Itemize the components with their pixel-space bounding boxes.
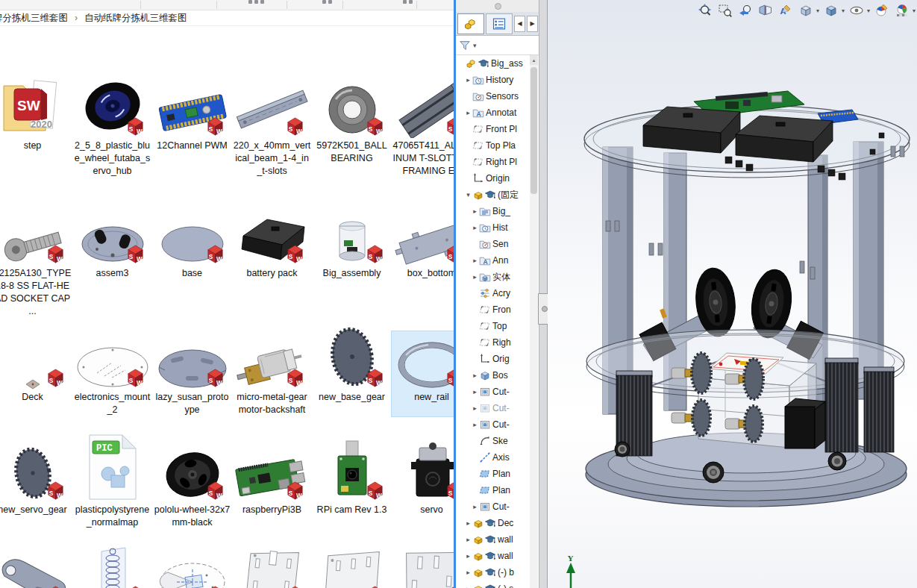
- tree-item[interactable]: ▸实体: [456, 269, 530, 285]
- file-item[interactable]: SWnew_rail: [392, 331, 454, 416]
- file-item[interactable]: PICplasticpolystyrene_normalmap: [72, 429, 152, 529]
- previous-view-icon[interactable]: [737, 2, 754, 19]
- tree-item[interactable]: Ske: [456, 433, 530, 449]
- expand-arrow-icon[interactable]: ▸: [464, 109, 472, 116]
- tree-item[interactable]: ▸Hist: [456, 219, 530, 236]
- file-item[interactable]: SWassem3: [72, 210, 152, 318]
- expand-arrow-icon[interactable]: ▸: [471, 257, 479, 264]
- expand-arrow-icon[interactable]: ▸: [471, 273, 479, 281]
- display-style-icon[interactable]: [823, 2, 839, 19]
- hide-show-items-icon[interactable]: [848, 2, 865, 19]
- expand-arrow-icon[interactable]: ▸: [464, 536, 472, 543]
- expand-arrow-icon[interactable]: ▾: [464, 191, 472, 198]
- file-item[interactable]: SW5972K501_BALL BEARING: [312, 66, 392, 178]
- file-item[interactable]: SW47065T411_ALUMINUM T-SLOTTED FRAMING E…: [392, 66, 454, 178]
- breadcrumb-parent[interactable]: 牌分拣机三维套图: [0, 12, 68, 25]
- file-item[interactable]: SWbase: [152, 210, 232, 318]
- zoom-to-fit-icon[interactable]: [697, 2, 713, 19]
- edit-appearance-icon[interactable]: [874, 2, 890, 19]
- section-view-icon[interactable]: [757, 2, 774, 19]
- file-item[interactable]: SW12Channel PWM: [152, 66, 232, 178]
- expand-arrow-icon[interactable]: ▸: [464, 585, 472, 588]
- tree-item[interactable]: ▸Cut-: [456, 416, 530, 433]
- scroll-up-arrow-icon[interactable]: ▲: [530, 55, 538, 65]
- file-item[interactable]: SWlazy_susan_protoype: [152, 331, 232, 416]
- file-item[interactable]: SWTop Plate: [152, 545, 232, 588]
- file-item[interactable]: SWwall long sid: [392, 545, 454, 588]
- tree-item[interactable]: Right Pl: [456, 154, 530, 170]
- expand-arrow-icon[interactable]: ▸: [464, 519, 472, 527]
- tab-display-pane[interactable]: [486, 13, 513, 34]
- panel-splitter-top[interactable]: [456, 0, 539, 13]
- tree-item[interactable]: ▸wall: [456, 531, 530, 548]
- tree-item[interactable]: ▸(-) s: [456, 581, 530, 588]
- tab-featuremanager[interactable]: [457, 13, 484, 34]
- tree-item[interactable]: ▸Big_: [456, 203, 530, 219]
- expand-arrow-icon[interactable]: ▸: [464, 569, 472, 576]
- zoom-to-area-icon[interactable]: [717, 2, 733, 19]
- tree-item[interactable]: Plan: [456, 466, 530, 482]
- tree-nav-forward-button[interactable]: ▶: [527, 16, 538, 32]
- tree-item[interactable]: Top Pla: [456, 137, 530, 154]
- tree-item[interactable]: ▸(-) b: [456, 564, 530, 581]
- view-orientation-icon[interactable]: [798, 2, 814, 19]
- tree-item[interactable]: Righ: [456, 334, 530, 351]
- tree-item[interactable]: Axis: [456, 449, 530, 466]
- tree-item[interactable]: ▸AAnnotat: [456, 104, 530, 121]
- file-item[interactable]: SWwall back: [232, 545, 312, 588]
- file-item[interactable]: SWnew_servo_gear: [0, 429, 72, 529]
- file-item[interactable]: SW92125A130_TYPE 18-8 SS FLAT-HEAD SOCKE…: [0, 210, 72, 318]
- expand-arrow-icon[interactable]: ▸: [471, 224, 479, 231]
- file-item[interactable]: SW2_5_8_plastic_blue_wheel_futaba_servo_…: [72, 66, 152, 178]
- dropdown-caret-icon[interactable]: ▾: [913, 7, 916, 14]
- tree-item[interactable]: ▸Cut-: [456, 384, 530, 400]
- file-item[interactable]: SWnew_base_gear: [312, 331, 392, 416]
- expand-arrow-icon[interactable]: ▸: [471, 388, 479, 395]
- tree-item[interactable]: Origin: [456, 170, 530, 187]
- file-item[interactable]: SWRPi cam Rev 1.3: [312, 429, 392, 529]
- tree-item[interactable]: Sensors: [456, 88, 530, 104]
- tree-item[interactable]: Acry: [456, 285, 530, 301]
- expand-arrow-icon[interactable]: ▸: [471, 372, 479, 379]
- file-item[interactable]: SW2020step: [0, 66, 72, 178]
- tree-item[interactable]: Orig: [456, 351, 530, 367]
- expand-arrow-icon[interactable]: ▸: [471, 404, 479, 412]
- apply-scene-icon[interactable]: [894, 2, 910, 19]
- file-item[interactable]: SWSpring: [72, 545, 152, 588]
- tree-filter[interactable]: ▾: [456, 36, 539, 55]
- expand-arrow-icon[interactable]: ▸: [471, 207, 479, 215]
- expand-arrow-icon[interactable]: ▸: [471, 503, 479, 510]
- tree-item[interactable]: ▸Cut-: [456, 400, 530, 416]
- tree-item[interactable]: Fron: [456, 301, 530, 318]
- file-item[interactable]: SWservo to servo: [0, 545, 72, 588]
- expand-arrow-icon[interactable]: ▸: [471, 421, 479, 428]
- file-item[interactable]: SWwall front v02: [312, 545, 392, 588]
- tree-item[interactable]: ▸Dec: [456, 515, 530, 531]
- tree-item[interactable]: ▸wall: [456, 548, 530, 564]
- breadcrumb-current[interactable]: 自动纸牌分拣机三维套图: [84, 12, 187, 25]
- tree-item[interactable]: Sen: [456, 236, 530, 252]
- scrollbar-thumb[interactable]: [531, 67, 537, 194]
- tree-item[interactable]: Big_ass: [456, 55, 530, 72]
- dropdown-caret-icon[interactable]: ▾: [816, 7, 819, 14]
- tree-scrollbar[interactable]: ▲: [530, 55, 538, 588]
- file-item[interactable]: SWmicro-metal-gearmotor-backshaft: [232, 331, 312, 416]
- file-item[interactable]: SWDeck: [0, 331, 72, 416]
- tree-item[interactable]: Plan: [456, 482, 530, 498]
- tree-item[interactable]: ▸AAnn: [456, 252, 530, 269]
- graphics-viewport[interactable]: A▾▾▾▾ Y: [548, 0, 917, 588]
- tree-item[interactable]: ▸Cut-: [456, 498, 530, 515]
- file-item[interactable]: SW220_x_40mm_vertical_beam_1-4_in_t-slot…: [232, 66, 312, 178]
- expand-arrow-icon[interactable]: ▸: [464, 76, 472, 84]
- dropdown-caret-icon[interactable]: ▾: [867, 7, 870, 14]
- tree-nav-back-button[interactable]: ◀: [514, 16, 525, 32]
- file-item[interactable]: SWelectronics_mount_2: [72, 331, 152, 416]
- view-annotations-icon[interactable]: A: [777, 2, 794, 19]
- tree-item[interactable]: ▸History: [456, 72, 530, 88]
- dropdown-caret-icon[interactable]: ▾: [842, 7, 845, 14]
- file-item[interactable]: SWpololu-wheel-32x7mm-black: [152, 429, 232, 529]
- file-item[interactable]: SWBig_assembly: [312, 210, 392, 318]
- file-item[interactable]: SWbox_bottom: [392, 210, 454, 318]
- tree-item[interactable]: ▸Bos: [456, 367, 530, 384]
- file-item[interactable]: SWraspberryPi3B: [232, 429, 312, 529]
